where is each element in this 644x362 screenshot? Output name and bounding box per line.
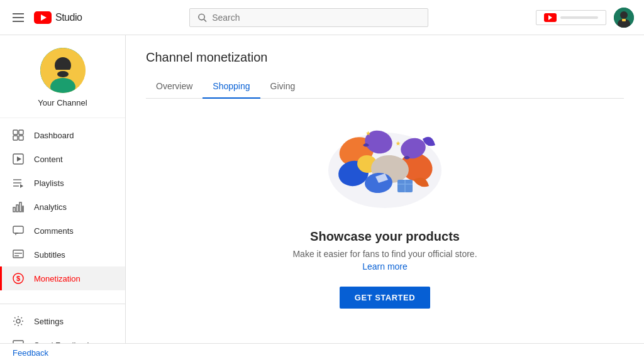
svg-rect-14 bbox=[19, 130, 23, 134]
monetization-label: Monetization bbox=[34, 274, 80, 283]
studio-label: Studio bbox=[55, 12, 82, 23]
subtitles-icon bbox=[13, 249, 24, 260]
search-icon bbox=[197, 13, 207, 23]
upload-progress bbox=[560, 16, 598, 19]
svg-rect-25 bbox=[19, 202, 21, 212]
feedback-bar: Feedback bbox=[0, 343, 644, 362]
youtube-icon bbox=[34, 11, 52, 24]
sidebar-item-content[interactable]: Content bbox=[0, 147, 125, 171]
user-avatar[interactable] bbox=[614, 8, 634, 28]
get-started-button[interactable]: GET STARTED bbox=[340, 287, 430, 309]
svg-rect-28 bbox=[13, 250, 23, 258]
svg-rect-24 bbox=[16, 205, 18, 212]
subtitles-label: Subtitles bbox=[34, 250, 65, 260]
showcase-subtitle: Make it easier for fans to find your off… bbox=[292, 249, 477, 259]
monetization-icon: $ bbox=[13, 273, 24, 284]
playlists-label: Playlists bbox=[34, 178, 64, 188]
comments-icon bbox=[13, 225, 24, 236]
svg-marker-22 bbox=[20, 184, 23, 188]
analytics-icon bbox=[13, 201, 24, 212]
channel-name: Your Channel bbox=[38, 98, 87, 107]
main-content: Channel monetization Overview Shopping G… bbox=[126, 35, 644, 362]
svg-point-2 bbox=[199, 14, 204, 19]
svg-rect-23 bbox=[13, 207, 15, 212]
svg-rect-27 bbox=[13, 226, 23, 233]
topbar-right bbox=[536, 8, 634, 28]
nav-section: Dashboard Content bbox=[0, 118, 125, 295]
settings-label: Settings bbox=[34, 317, 64, 326]
svg-point-12 bbox=[57, 71, 69, 77]
content-label: Content bbox=[34, 155, 63, 164]
camera-icon bbox=[544, 13, 557, 22]
upload-button[interactable] bbox=[536, 10, 606, 25]
learn-more-link[interactable]: Learn more bbox=[362, 261, 408, 272]
dashboard-label: Dashboard bbox=[34, 131, 74, 140]
showcase-title: Showcase your products bbox=[310, 229, 460, 244]
content-icon bbox=[13, 153, 24, 165]
content-area: Showcase your products Make it easier fo… bbox=[146, 99, 624, 321]
tabs: Overview Shopping Giving bbox=[146, 75, 624, 99]
dashboard-icon bbox=[13, 129, 24, 141]
svg-rect-16 bbox=[19, 136, 23, 140]
svg-rect-7 bbox=[622, 19, 626, 21]
sidebar-item-dashboard[interactable]: Dashboard bbox=[0, 123, 125, 147]
topbar-left: Studio bbox=[10, 11, 82, 25]
search-box[interactable] bbox=[189, 8, 428, 27]
app-body: Your Channel Dashboard bbox=[0, 35, 644, 362]
channel-section: Your Channel bbox=[0, 35, 125, 118]
sidebar-item-playlists[interactable]: Playlists bbox=[0, 171, 125, 195]
svg-point-5 bbox=[620, 11, 628, 19]
analytics-label: Analytics bbox=[34, 202, 67, 212]
svg-rect-26 bbox=[23, 206, 23, 212]
svg-marker-18 bbox=[17, 156, 21, 162]
tab-overview[interactable]: Overview bbox=[146, 75, 203, 99]
menu-button[interactable] bbox=[10, 11, 26, 25]
channel-avatar[interactable] bbox=[40, 48, 86, 93]
feedback-label[interactable]: Feedback bbox=[13, 348, 48, 358]
comments-label: Comments bbox=[34, 226, 74, 236]
svg-point-33 bbox=[16, 319, 20, 323]
sidebar-item-subtitles[interactable]: Subtitles bbox=[0, 243, 125, 266]
svg-line-3 bbox=[204, 19, 206, 21]
sidebar-item-analytics[interactable]: Analytics bbox=[0, 195, 125, 219]
svg-rect-13 bbox=[13, 130, 18, 134]
shopping-illustration bbox=[316, 114, 454, 214]
svg-text:$: $ bbox=[16, 275, 20, 282]
svg-rect-15 bbox=[13, 136, 18, 140]
tab-shopping[interactable]: Shopping bbox=[203, 75, 260, 99]
sidebar: Your Channel Dashboard bbox=[0, 35, 126, 362]
sidebar-item-monetization[interactable]: $ Monetization bbox=[0, 266, 125, 290]
sidebar-item-settings[interactable]: Settings bbox=[0, 309, 125, 333]
settings-icon bbox=[13, 315, 24, 327]
sidebar-item-comments[interactable]: Comments bbox=[0, 219, 125, 243]
topbar: Studio bbox=[0, 0, 644, 35]
tab-giving[interactable]: Giving bbox=[260, 75, 306, 99]
topbar-center bbox=[82, 8, 536, 27]
search-input[interactable] bbox=[212, 13, 420, 23]
page-title: Channel monetization bbox=[146, 50, 624, 65]
playlists-icon bbox=[13, 177, 24, 189]
yt-logo[interactable]: Studio bbox=[34, 11, 82, 24]
